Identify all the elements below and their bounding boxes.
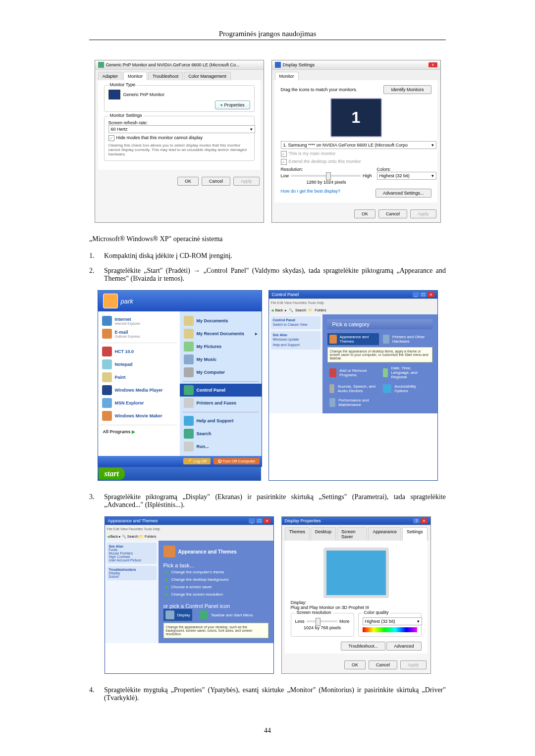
advanced-settings-button[interactable]: Advanced Settings... [375, 189, 431, 198]
tab-settings[interactable]: Settings [402, 527, 428, 541]
start-item[interactable]: E-mailOutlook Express [101, 327, 177, 340]
task-item[interactable]: ▶Change the screen resolution [163, 591, 268, 598]
tab[interactable]: Screen Saver [337, 527, 367, 541]
close-icon[interactable]: × [421, 518, 427, 523]
res-value: 1280 by 1024 pixels [281, 180, 372, 185]
refresh-combo[interactable]: 60 Hertz▾ [108, 125, 255, 133]
turnoff-button[interactable]: ⏻ Turn Off Computer [214, 458, 259, 464]
ok-button[interactable]: OK [354, 209, 375, 218]
color-combo[interactable]: Highest (32 bit)▾ [363, 617, 422, 625]
resolution-slider[interactable] [307, 620, 337, 622]
start-item[interactable]: My Recent Documents ▸ [183, 327, 259, 340]
cp-item[interactable]: Performance and Maintenance [327, 397, 379, 408]
start-button[interactable]: start [99, 468, 125, 480]
start-item[interactable]: My Documents [183, 314, 259, 327]
tab[interactable]: Desktop [311, 527, 336, 541]
sidebar-link[interactable]: Switch to Classic View [273, 322, 319, 327]
minimize-icon[interactable]: _ [413, 292, 419, 297]
cancel-button[interactable]: Cancel [369, 660, 397, 669]
appearance-themes-window: Appearance and Themes _ □ × File Edit Vi… [105, 516, 274, 674]
taskbar-icon-item[interactable]: Taskbar and Start Menu [197, 609, 255, 621]
task-item[interactable]: ▶Change the desktop background [163, 576, 268, 583]
device-combo[interactable]: 1. Samsung **** on NVIDIA GeForce 6600 L… [281, 141, 436, 149]
sidebar-link[interactable]: Windows Update [273, 337, 319, 342]
troubleshoot-button[interactable]: Troubleshoot... [341, 642, 385, 651]
cp-item-appearance[interactable]: Appearance and Themes [327, 333, 379, 345]
start-item[interactable]: Notepad [101, 358, 177, 371]
display-icon-item[interactable]: Display [163, 609, 192, 621]
res-value: 1024 by 768 pixels [295, 625, 350, 630]
ok-button[interactable]: OK [177, 177, 199, 186]
maximize-icon[interactable]: □ [256, 518, 263, 523]
start-item[interactable]: My Pictures [183, 340, 259, 353]
sidebar-link[interactable]: High Contrast [109, 555, 155, 558]
sidebar-link[interactable]: Fonts [109, 548, 155, 552]
hide-modes-checkbox[interactable]: ✓Hide modes that this monitor cannot dis… [108, 135, 250, 141]
start-item[interactable]: Paint [101, 371, 177, 384]
tab-adapter[interactable]: Adapter [98, 72, 123, 80]
start-item[interactable]: My Music [183, 353, 259, 366]
cancel-button[interactable]: Cancel [378, 209, 407, 218]
window-title: Display Properties ? × [282, 517, 430, 525]
monitor-preview[interactable]: 1 [330, 98, 382, 137]
apply-button[interactable]: Apply [233, 177, 260, 186]
maximize-icon[interactable]: □ [420, 292, 427, 297]
window-icon [98, 62, 104, 68]
start-item[interactable]: Search [183, 427, 259, 440]
identify-button[interactable]: Identify Monitors [383, 85, 431, 94]
display-value: Plug and Play Monitor on 3D Prophet III [291, 605, 422, 610]
start-item[interactable]: Help and Support [183, 414, 259, 427]
task-item[interactable]: ▶Change the computer's theme [163, 568, 268, 576]
help-icon[interactable]: ? [413, 518, 420, 523]
start-item[interactable]: Windows Media Player [101, 384, 177, 397]
tab-colormgmt[interactable]: Color Management [184, 72, 231, 80]
start-item[interactable]: Run... [183, 440, 259, 453]
start-left-column: InternetInternet Explorer E-mailOutlook … [98, 311, 180, 456]
start-item[interactable]: Printers and Faxes [183, 397, 259, 409]
properties-button[interactable]: ● Properties [215, 101, 250, 109]
main-monitor-checkbox[interactable]: ✓This is my main monitor [281, 151, 431, 157]
start-item[interactable]: HCT 10.0 [101, 345, 177, 358]
all-programs[interactable]: All Programs ▶ [101, 427, 177, 436]
tab-troubleshoot[interactable]: Troubleshoot [148, 72, 183, 80]
sidebar-link[interactable]: Mouse Pointers [109, 552, 155, 555]
sidebar-link[interactable]: Help and Support [273, 342, 319, 348]
start-item-control-panel[interactable]: Control Panel [180, 384, 262, 397]
tab[interactable]: Themes [285, 527, 310, 541]
tab-monitor[interactable]: Monitor [123, 72, 147, 80]
cp-item[interactable]: Date, Time, Language, and Regional [381, 364, 432, 381]
display-label: Display: [291, 600, 422, 605]
start-item[interactable]: InternetInternet Explorer [101, 314, 177, 327]
sidebar-link[interactable]: Display [109, 571, 155, 575]
monitor-properties-dialog: Generic PnP Monitor and NVIDIA GeForce 6… [95, 60, 264, 223]
close-icon[interactable]: × [264, 518, 270, 523]
start-item[interactable]: My Computer [183, 366, 259, 379]
tab-monitor[interactable]: Monitor [275, 72, 299, 80]
resolution-slider[interactable] [291, 175, 361, 177]
sidebar-link[interactable]: Sound [109, 575, 155, 578]
close-icon[interactable]: × [428, 292, 434, 297]
start-user: park [98, 291, 262, 311]
color-bar [363, 627, 417, 632]
colors-combo[interactable]: Highest (32 bit)▾ [377, 172, 436, 180]
task-item[interactable]: ▶Choose a screen saver [163, 583, 268, 591]
cancel-button[interactable]: Cancel [202, 177, 230, 186]
cp-item[interactable]: Printers and Other Hardware [381, 333, 432, 345]
cp-item[interactable]: Add or Remove Programs [327, 364, 379, 381]
logoff-button[interactable]: 🔑 Log Off [183, 458, 210, 464]
best-display-link[interactable]: How do I get the best display? [281, 189, 341, 198]
advanced-button[interactable]: Advanced [386, 642, 421, 651]
cp-item[interactable]: Sounds, Speech, and Audio Devices [327, 383, 379, 395]
close-icon[interactable]: × [428, 62, 437, 67]
apply-button[interactable]: Apply [410, 209, 436, 218]
tab[interactable]: Appearance [368, 527, 401, 541]
start-item[interactable]: Windows Movie Maker [101, 409, 177, 422]
minimize-icon[interactable]: _ [249, 518, 255, 523]
ok-button[interactable]: OK [344, 660, 366, 669]
start-item[interactable]: MSN Explorer [101, 397, 177, 409]
category-header: Pick a category [327, 319, 432, 329]
sidebar-link[interactable]: User Account Picture [109, 558, 155, 562]
extend-checkbox[interactable]: ✓Extend the desktop onto this monitor [281, 159, 431, 165]
apply-button[interactable]: Apply [400, 660, 427, 669]
cp-item[interactable]: Accessibility Options [381, 383, 432, 395]
